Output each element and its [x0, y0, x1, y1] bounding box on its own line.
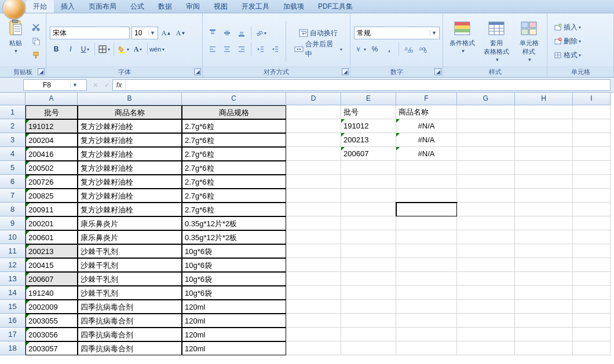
cell-A11[interactable]: 200213	[25, 244, 78, 258]
cell-D4[interactable]	[286, 147, 341, 161]
row-header-6[interactable]: 6	[0, 175, 25, 189]
tab-插入[interactable]: 插入	[54, 0, 82, 13]
row-header-13[interactable]: 13	[0, 272, 25, 286]
col-header-D[interactable]: D	[286, 93, 341, 105]
cell-D5[interactable]	[286, 161, 341, 175]
cell-I15[interactable]	[573, 300, 611, 314]
cell-H3[interactable]	[515, 133, 573, 147]
cell-H9[interactable]	[515, 216, 573, 230]
cell-G12[interactable]	[457, 258, 515, 272]
cell-F13[interactable]	[396, 272, 457, 286]
cell-D8[interactable]	[286, 203, 341, 216]
cell-D10[interactable]	[286, 230, 341, 244]
cells-area[interactable]: 批号商品名称商品规格批号商品名称191012复方沙棘籽油栓2.7g*6粒1910…	[25, 105, 611, 355]
cell-D14[interactable]	[286, 286, 341, 300]
col-header-B[interactable]: B	[78, 93, 182, 105]
cell-H13[interactable]	[515, 272, 573, 286]
cell-G2[interactable]	[457, 119, 515, 133]
font-name-input[interactable]	[50, 27, 142, 39]
underline-button[interactable]: U▾	[79, 43, 92, 56]
cell-G16[interactable]	[457, 314, 515, 328]
cell-E9[interactable]	[341, 216, 396, 230]
cell-C5[interactable]: 2.7g*6粒	[182, 161, 286, 175]
cell-E15[interactable]	[341, 300, 396, 314]
cell-G4[interactable]	[457, 147, 515, 161]
cell-G15[interactable]	[457, 300, 515, 314]
bold-button[interactable]: B	[50, 43, 63, 56]
cell-A15[interactable]: 2002009	[25, 300, 78, 314]
cell-A5[interactable]: 200502	[25, 161, 78, 175]
cell-H7[interactable]	[515, 189, 573, 203]
tab-审阅[interactable]: 审阅	[179, 0, 207, 13]
chevron-down-icon[interactable]: ▼	[430, 30, 438, 36]
cell-I5[interactable]	[573, 161, 611, 175]
font-size-combo[interactable]: ▼	[131, 27, 158, 39]
cell-G14[interactable]	[457, 286, 515, 300]
cell-E18[interactable]	[341, 341, 396, 355]
cell-B1[interactable]: 商品名称	[78, 105, 182, 119]
cell-I18[interactable]	[573, 341, 611, 355]
align-right-button[interactable]	[235, 43, 248, 56]
cell-F2[interactable]: #N/A	[396, 119, 457, 133]
cell-D9[interactable]	[286, 216, 341, 230]
cell-G8[interactable]	[457, 203, 515, 216]
align-bottom-button[interactable]	[235, 27, 248, 39]
cell-A16[interactable]: 2003055	[25, 314, 78, 328]
cell-D2[interactable]	[286, 119, 341, 133]
cell-B11[interactable]: 沙棘干乳剂	[78, 244, 182, 258]
cell-C3[interactable]: 2.7g*6粒	[182, 133, 286, 147]
cell-E16[interactable]	[341, 314, 396, 328]
row-header-15[interactable]: 15	[0, 300, 25, 314]
row-header-3[interactable]: 3	[0, 133, 25, 147]
cell-A12[interactable]: 200415	[25, 258, 78, 272]
row-header-8[interactable]: 8	[0, 203, 25, 216]
increase-decimal-button[interactable]: .0.00	[402, 43, 415, 56]
font-name-combo[interactable]: ▼	[50, 27, 130, 39]
cell-C16[interactable]: 120ml	[182, 314, 286, 328]
cell-E1[interactable]: 批号	[341, 105, 396, 119]
cell-H10[interactable]	[515, 230, 573, 244]
comma-button[interactable]: ,	[383, 43, 396, 56]
cut-button[interactable]	[30, 21, 42, 34]
cell-H8[interactable]	[515, 203, 573, 216]
cell-H18[interactable]	[515, 341, 573, 355]
cell-C7[interactable]: 2.7g*6粒	[182, 189, 286, 203]
tab-数据[interactable]: 数据	[151, 0, 179, 13]
row-header-17[interactable]: 17	[0, 328, 25, 341]
tab-加载项[interactable]: 加载项	[276, 0, 311, 13]
cell-F14[interactable]	[396, 286, 457, 300]
cell-H17[interactable]	[515, 328, 573, 341]
cell-C2[interactable]: 2.7g*6粒	[182, 119, 286, 133]
cell-D16[interactable]	[286, 314, 341, 328]
cell-B3[interactable]: 复方沙棘籽油栓	[78, 133, 182, 147]
cell-I2[interactable]	[573, 119, 611, 133]
cell-F8[interactable]	[396, 203, 457, 216]
cell-I12[interactable]	[573, 258, 611, 272]
spreadsheet-grid[interactable]: ABCDEFGHI 123456789101112131415161718 批号…	[0, 93, 614, 364]
shrink-font-button[interactable]: A▼	[174, 27, 187, 39]
cell-B18[interactable]: 四季抗病毒合剂	[78, 341, 182, 355]
cell-C6[interactable]: 2.7g*6粒	[182, 175, 286, 189]
tab-视图[interactable]: 视图	[207, 0, 235, 13]
cell-A2[interactable]: 191012	[25, 119, 78, 133]
cell-G7[interactable]	[457, 189, 515, 203]
tab-PDF工具集[interactable]: PDF工具集	[311, 0, 360, 13]
row-header-18[interactable]: 18	[0, 341, 25, 355]
col-header-H[interactable]: H	[515, 93, 573, 105]
formula-input[interactable]	[126, 81, 610, 89]
cell-D3[interactable]	[286, 133, 341, 147]
cell-F6[interactable]	[396, 175, 457, 189]
cell-G18[interactable]	[457, 341, 515, 355]
increase-indent-button[interactable]	[269, 43, 282, 56]
tab-公式[interactable]: 公式	[123, 0, 151, 13]
number-format-combo[interactable]: ▼	[354, 27, 440, 39]
cell-A10[interactable]: 200601	[25, 230, 78, 244]
cell-A9[interactable]: 200201	[25, 216, 78, 230]
cell-G6[interactable]	[457, 175, 515, 189]
cell-D12[interactable]	[286, 258, 341, 272]
cell-G5[interactable]	[457, 161, 515, 175]
cell-G11[interactable]	[457, 244, 515, 258]
cell-I11[interactable]	[573, 244, 611, 258]
cell-B7[interactable]: 复方沙棘籽油栓	[78, 189, 182, 203]
insert-cells-button[interactable]: + 插入▾	[551, 21, 584, 34]
